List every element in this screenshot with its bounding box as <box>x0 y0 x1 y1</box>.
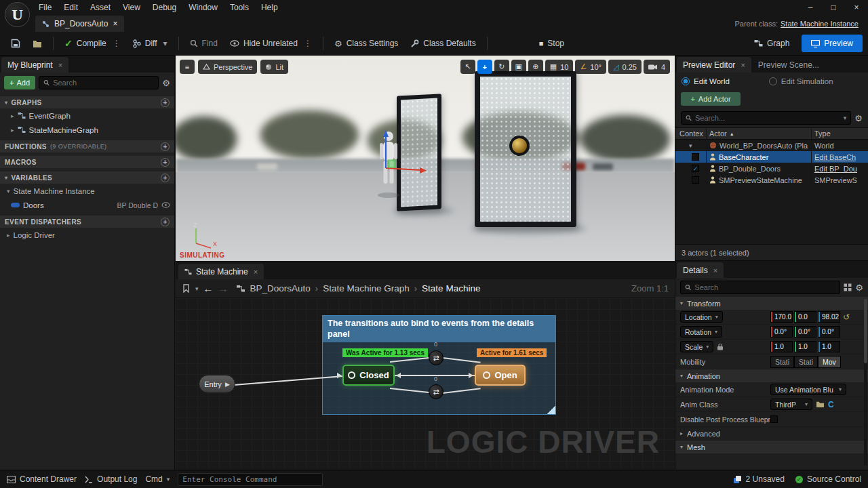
cmd-dropdown[interactable]: Cmd ▾ <box>145 474 170 484</box>
scale-snap-button[interactable]: ◿ 0.25 <box>608 60 642 74</box>
tree-item-eventgraph[interactable]: ▸ EventGraph <box>0 108 174 123</box>
display-filter-icon[interactable] <box>844 283 852 291</box>
chevron-right-icon[interactable]: ▸ <box>7 232 10 239</box>
lit-dropdown[interactable]: Lit <box>260 60 288 74</box>
transition-node-top[interactable]: ⇄ <box>429 350 443 365</box>
edit-actor-link[interactable]: Edit BaseCh <box>814 153 856 161</box>
breadcrumb-graph[interactable]: State Machine Graph <box>323 283 410 293</box>
table-row-bp-double-doors[interactable]: ✓ BP_Double_Doors Edit BP_Dou <box>675 163 868 174</box>
menu-edit[interactable]: Edit <box>58 3 84 12</box>
grid-snap-button[interactable]: ▦ 10 <box>545 60 574 74</box>
menu-window[interactable]: Window <box>182 3 224 12</box>
rotation-snap-button[interactable]: ∠ 10° <box>575 60 606 74</box>
menu-help[interactable]: Help <box>255 3 284 12</box>
context-checkbox[interactable] <box>692 153 699 161</box>
add-event-dispatcher-icon[interactable]: + <box>161 218 170 226</box>
mobility-stationary-button[interactable]: Stati <box>794 356 818 368</box>
close-icon[interactable]: × <box>254 268 258 276</box>
column-context[interactable]: Contex <box>675 128 707 139</box>
scale-y-field[interactable]: 1.0 <box>794 341 816 352</box>
section-transform[interactable]: ▾ Transform <box>675 297 868 310</box>
section-animation[interactable]: ▾ Animation <box>675 369 868 382</box>
mobility-static-button[interactable]: Stati <box>770 356 794 368</box>
column-actor[interactable]: Actor ▲ <box>707 128 811 139</box>
gear-icon[interactable]: ⚙ <box>854 113 863 123</box>
add-button[interactable]: + Add <box>4 76 35 89</box>
rotate-tool-button[interactable]: ↻ <box>494 60 509 74</box>
breadcrumb-current[interactable]: State Machine <box>422 283 480 293</box>
class-defaults-button[interactable]: Class Defaults <box>405 35 481 52</box>
minimize-icon[interactable]: – <box>799 0 822 15</box>
world-space-button[interactable]: ⊕ <box>528 60 543 74</box>
gear-icon[interactable]: ⚙ <box>855 283 863 293</box>
edit-actor-link[interactable]: Edit BP_Dou <box>814 165 857 173</box>
output-log-button[interactable]: Output Log <box>85 474 137 484</box>
select-tool-button[interactable]: ↖ <box>460 60 475 74</box>
chevron-down-icon[interactable]: ▾ <box>195 285 199 292</box>
menu-debug[interactable]: Debug <box>146 3 182 12</box>
transform-gizmo[interactable] <box>376 129 429 176</box>
rotation-dropdown[interactable]: Rotation ▾ <box>680 326 722 338</box>
browse-button[interactable] <box>27 35 47 52</box>
unsaved-button[interactable]: 2 Unsaved <box>733 474 785 484</box>
viewport-menu-button[interactable]: ≡ <box>180 60 195 74</box>
comment-text[interactable]: The transitions auto bind to events from… <box>323 316 555 342</box>
kebab-icon[interactable]: ⋮ <box>304 39 312 48</box>
add-actor-button[interactable]: + Add Actor <box>681 92 741 106</box>
tree-item-logic-driver[interactable]: ▸ Logic Driver <box>0 228 174 242</box>
save-button[interactable] <box>5 35 26 52</box>
entry-node[interactable]: Entry ▶ <box>199 375 235 393</box>
section-mesh[interactable]: ▾ Mesh <box>675 441 868 453</box>
close-icon[interactable]: × <box>845 0 868 15</box>
rotation-x-field[interactable]: 0.0° <box>770 326 793 338</box>
table-row-world[interactable]: ▾ World_BP_DoorsAuto (Pla World <box>675 140 868 151</box>
parent-class-link[interactable]: State Machine Instance <box>781 20 859 28</box>
details-search[interactable] <box>680 281 840 294</box>
tab-bp-doorsauto[interactable]: BP_DoorsAuto × <box>35 16 124 32</box>
location-x-field[interactable]: 170.0 <box>770 311 793 323</box>
section-graphs[interactable]: ▾ GRAPHS + <box>0 96 174 108</box>
add-function-icon[interactable]: + <box>161 142 170 151</box>
column-type[interactable]: Type <box>811 128 868 139</box>
use-selected-icon[interactable]: C <box>828 400 834 409</box>
scrollbar-thumb[interactable] <box>864 299 867 363</box>
table-row-basecharacter[interactable]: BaseCharacter Edit BaseCh <box>675 151 868 163</box>
location-y-field[interactable]: 0.0 <box>794 311 816 323</box>
chevron-down-icon[interactable]: ▾ <box>689 142 692 149</box>
add-graph-icon[interactable]: + <box>161 98 170 107</box>
add-variable-icon[interactable]: + <box>161 174 170 182</box>
gear-icon[interactable]: ⚙ <box>162 78 170 88</box>
tree-item-statemachinegraph[interactable]: ▸ StateMachineGraph <box>0 123 174 137</box>
class-settings-button[interactable]: ⚙ Class Settings <box>329 35 403 52</box>
tab-details[interactable]: Details × <box>677 262 724 278</box>
lock-icon[interactable] <box>717 343 724 350</box>
bookmark-icon[interactable] <box>182 284 191 293</box>
rotation-y-field[interactable]: 0.0° <box>794 326 816 338</box>
location-dropdown[interactable]: Location ▾ <box>680 311 723 323</box>
diff-button[interactable]: Diff ▾ <box>127 35 173 52</box>
section-variables[interactable]: ▾ VARIABLES + <box>0 171 174 184</box>
preview-viewport[interactable]: ≡ Perspective Lit ↖ + ↻ ▣ ⊕ ▦ 10 <box>176 56 675 261</box>
resize-handle[interactable] <box>546 405 555 414</box>
tab-state-machine[interactable]: State Machine × <box>178 264 264 279</box>
graph-canvas[interactable]: The transitions auto bind to events from… <box>176 298 675 470</box>
scale-z-field[interactable]: 1.0 <box>818 341 840 352</box>
browse-to-asset-icon[interactable] <box>816 401 825 408</box>
blueprint-search[interactable] <box>39 76 159 89</box>
move-tool-button[interactable]: + <box>477 60 492 74</box>
content-drawer-button[interactable]: Content Drawer <box>7 474 77 484</box>
edit-world-radio[interactable] <box>682 77 690 85</box>
menu-asset[interactable]: Asset <box>84 3 117 12</box>
reset-to-default-icon[interactable]: ↺ <box>843 312 850 322</box>
close-icon[interactable]: × <box>713 266 717 274</box>
chevron-right-icon[interactable]: ▸ <box>11 113 14 119</box>
actor-search-input[interactable] <box>695 114 840 122</box>
menu-view[interactable]: View <box>117 3 146 12</box>
source-control-button[interactable]: ✓ Source Control <box>795 474 861 484</box>
details-search-input[interactable] <box>694 283 835 291</box>
output-pin-icon[interactable]: ▶ <box>225 381 230 388</box>
rotation-z-field[interactable]: 0.0° <box>818 326 840 338</box>
search-input[interactable] <box>53 79 154 87</box>
menu-tools[interactable]: Tools <box>224 3 255 12</box>
variable-category[interactable]: ▾ State Machine Instance <box>0 184 174 198</box>
